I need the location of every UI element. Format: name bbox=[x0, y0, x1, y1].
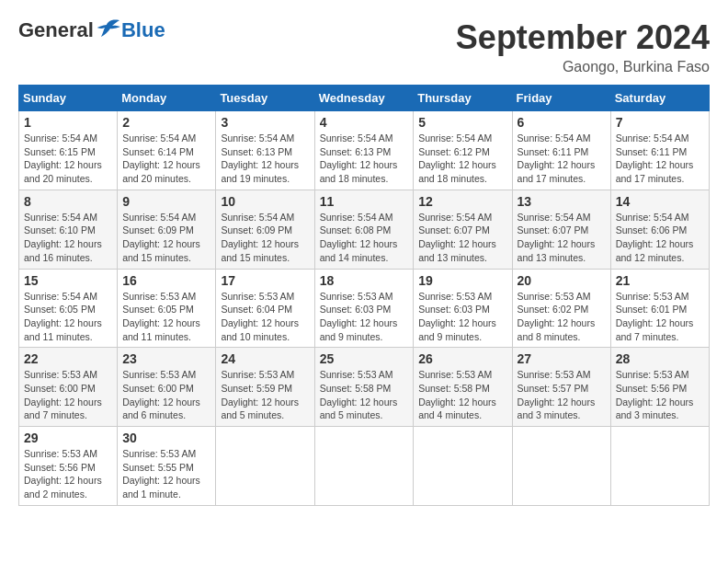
day-number: 9 bbox=[122, 194, 210, 209]
day-cell: 29Sunrise: 5:53 AMSunset: 5:56 PMDayligh… bbox=[19, 427, 118, 506]
day-cell: 7Sunrise: 5:54 AMSunset: 6:11 PMDaylight… bbox=[610, 111, 709, 190]
day-cell bbox=[314, 427, 414, 506]
day-info: Sunrise: 5:53 AMSunset: 6:01 PMDaylight:… bbox=[616, 290, 704, 344]
week-row-1: 1Sunrise: 5:54 AMSunset: 6:15 PMDaylight… bbox=[19, 111, 710, 190]
day-number: 10 bbox=[221, 194, 309, 209]
day-number: 25 bbox=[320, 351, 409, 366]
day-info: Sunrise: 5:53 AMSunset: 5:58 PMDaylight:… bbox=[320, 368, 409, 422]
day-info: Sunrise: 5:53 AMSunset: 6:05 PMDaylight:… bbox=[122, 290, 210, 344]
week-row-5: 29Sunrise: 5:53 AMSunset: 5:56 PMDayligh… bbox=[19, 427, 710, 506]
day-cell: 28Sunrise: 5:53 AMSunset: 5:56 PMDayligh… bbox=[610, 348, 709, 427]
day-number: 22 bbox=[24, 351, 112, 366]
day-number: 18 bbox=[320, 273, 409, 288]
day-number: 7 bbox=[616, 115, 704, 130]
page-header: General Blue September 2024 Gaongo, Burk… bbox=[18, 18, 710, 75]
day-number: 3 bbox=[221, 115, 309, 130]
day-number: 21 bbox=[616, 273, 704, 288]
day-number: 8 bbox=[24, 194, 112, 209]
day-info: Sunrise: 5:53 AMSunset: 5:56 PMDaylight:… bbox=[24, 447, 112, 501]
day-number: 1 bbox=[24, 115, 112, 130]
day-info: Sunrise: 5:53 AMSunset: 6:02 PMDaylight:… bbox=[518, 290, 606, 344]
day-number: 2 bbox=[122, 115, 210, 130]
day-cell: 6Sunrise: 5:54 AMSunset: 6:11 PMDaylight… bbox=[512, 111, 610, 190]
day-cell: 11Sunrise: 5:54 AMSunset: 6:08 PMDayligh… bbox=[314, 190, 414, 269]
day-number: 6 bbox=[518, 115, 606, 130]
day-number: 24 bbox=[221, 351, 309, 366]
day-number: 4 bbox=[320, 115, 409, 130]
day-info: Sunrise: 5:54 AMSunset: 6:15 PMDaylight:… bbox=[24, 132, 112, 186]
weekday-header-tuesday: Tuesday bbox=[216, 86, 314, 111]
day-info: Sunrise: 5:53 AMSunset: 5:55 PMDaylight:… bbox=[122, 447, 210, 501]
day-info: Sunrise: 5:54 AMSunset: 6:09 PMDaylight:… bbox=[122, 211, 210, 265]
day-cell: 27Sunrise: 5:53 AMSunset: 5:57 PMDayligh… bbox=[512, 348, 610, 427]
day-number: 26 bbox=[418, 351, 506, 366]
day-cell: 22Sunrise: 5:53 AMSunset: 6:00 PMDayligh… bbox=[19, 348, 118, 427]
day-info: Sunrise: 5:53 AMSunset: 5:59 PMDaylight:… bbox=[221, 368, 309, 422]
calendar-table: SundayMondayTuesdayWednesdayThursdayFrid… bbox=[18, 85, 710, 506]
week-row-3: 15Sunrise: 5:54 AMSunset: 6:05 PMDayligh… bbox=[19, 269, 710, 348]
logo-general: General bbox=[18, 18, 94, 42]
day-info: Sunrise: 5:54 AMSunset: 6:14 PMDaylight:… bbox=[122, 132, 210, 186]
day-cell: 24Sunrise: 5:53 AMSunset: 5:59 PMDayligh… bbox=[216, 348, 314, 427]
day-cell: 25Sunrise: 5:53 AMSunset: 5:58 PMDayligh… bbox=[314, 348, 414, 427]
weekday-header-row: SundayMondayTuesdayWednesdayThursdayFrid… bbox=[19, 86, 710, 111]
week-row-4: 22Sunrise: 5:53 AMSunset: 6:00 PMDayligh… bbox=[19, 348, 710, 427]
day-cell: 18Sunrise: 5:53 AMSunset: 6:03 PMDayligh… bbox=[314, 269, 414, 348]
weekday-header-wednesday: Wednesday bbox=[314, 86, 414, 111]
day-number: 30 bbox=[122, 431, 210, 445]
day-info: Sunrise: 5:54 AMSunset: 6:13 PMDaylight:… bbox=[320, 132, 409, 186]
day-info: Sunrise: 5:54 AMSunset: 6:05 PMDaylight:… bbox=[24, 290, 112, 344]
day-info: Sunrise: 5:54 AMSunset: 6:07 PMDaylight:… bbox=[518, 211, 606, 265]
week-row-2: 8Sunrise: 5:54 AMSunset: 6:10 PMDaylight… bbox=[19, 190, 710, 269]
day-number: 12 bbox=[418, 194, 506, 209]
logo-blue: Blue bbox=[121, 18, 165, 42]
day-number: 17 bbox=[221, 273, 309, 288]
weekday-header-monday: Monday bbox=[118, 86, 216, 111]
day-info: Sunrise: 5:53 AMSunset: 6:03 PMDaylight:… bbox=[418, 290, 506, 344]
day-number: 23 bbox=[122, 351, 210, 366]
day-cell: 15Sunrise: 5:54 AMSunset: 6:05 PMDayligh… bbox=[19, 269, 118, 348]
day-info: Sunrise: 5:53 AMSunset: 5:57 PMDaylight:… bbox=[518, 368, 606, 422]
day-cell bbox=[512, 427, 610, 506]
day-info: Sunrise: 5:54 AMSunset: 6:09 PMDaylight:… bbox=[221, 211, 309, 265]
location: Gaongo, Burkina Faso bbox=[456, 59, 710, 75]
day-info: Sunrise: 5:54 AMSunset: 6:08 PMDaylight:… bbox=[320, 211, 409, 265]
day-info: Sunrise: 5:54 AMSunset: 6:12 PMDaylight:… bbox=[418, 132, 506, 186]
day-cell: 4Sunrise: 5:54 AMSunset: 6:13 PMDaylight… bbox=[314, 111, 414, 190]
day-cell: 21Sunrise: 5:53 AMSunset: 6:01 PMDayligh… bbox=[610, 269, 709, 348]
day-number: 5 bbox=[418, 115, 506, 130]
day-cell: 16Sunrise: 5:53 AMSunset: 6:05 PMDayligh… bbox=[118, 269, 216, 348]
day-number: 28 bbox=[616, 351, 704, 366]
day-info: Sunrise: 5:54 AMSunset: 6:07 PMDaylight:… bbox=[418, 211, 506, 265]
day-info: Sunrise: 5:54 AMSunset: 6:06 PMDaylight:… bbox=[616, 211, 704, 265]
day-info: Sunrise: 5:53 AMSunset: 5:56 PMDaylight:… bbox=[616, 368, 704, 422]
day-cell: 14Sunrise: 5:54 AMSunset: 6:06 PMDayligh… bbox=[610, 190, 709, 269]
day-cell: 12Sunrise: 5:54 AMSunset: 6:07 PMDayligh… bbox=[414, 190, 512, 269]
day-cell: 20Sunrise: 5:53 AMSunset: 6:02 PMDayligh… bbox=[512, 269, 610, 348]
day-cell: 13Sunrise: 5:54 AMSunset: 6:07 PMDayligh… bbox=[512, 190, 610, 269]
title-area: September 2024 Gaongo, Burkina Faso bbox=[456, 18, 710, 75]
day-cell: 3Sunrise: 5:54 AMSunset: 6:13 PMDaylight… bbox=[216, 111, 314, 190]
day-info: Sunrise: 5:53 AMSunset: 6:00 PMDaylight:… bbox=[122, 368, 210, 422]
day-cell: 30Sunrise: 5:53 AMSunset: 5:55 PMDayligh… bbox=[118, 427, 216, 506]
day-cell: 10Sunrise: 5:54 AMSunset: 6:09 PMDayligh… bbox=[216, 190, 314, 269]
day-info: Sunrise: 5:53 AMSunset: 6:00 PMDaylight:… bbox=[24, 368, 112, 422]
day-info: Sunrise: 5:54 AMSunset: 6:13 PMDaylight:… bbox=[221, 132, 309, 186]
day-cell: 9Sunrise: 5:54 AMSunset: 6:09 PMDaylight… bbox=[118, 190, 216, 269]
day-cell: 1Sunrise: 5:54 AMSunset: 6:15 PMDaylight… bbox=[19, 111, 118, 190]
day-cell: 23Sunrise: 5:53 AMSunset: 6:00 PMDayligh… bbox=[118, 348, 216, 427]
day-cell: 17Sunrise: 5:53 AMSunset: 6:04 PMDayligh… bbox=[216, 269, 314, 348]
day-cell bbox=[610, 427, 709, 506]
day-number: 27 bbox=[518, 351, 606, 366]
day-cell: 26Sunrise: 5:53 AMSunset: 5:58 PMDayligh… bbox=[414, 348, 512, 427]
day-info: Sunrise: 5:54 AMSunset: 6:10 PMDaylight:… bbox=[24, 211, 112, 265]
day-info: Sunrise: 5:53 AMSunset: 6:03 PMDaylight:… bbox=[320, 290, 409, 344]
day-number: 16 bbox=[122, 273, 210, 288]
day-cell: 8Sunrise: 5:54 AMSunset: 6:10 PMDaylight… bbox=[19, 190, 118, 269]
weekday-header-friday: Friday bbox=[512, 86, 610, 111]
day-cell: 5Sunrise: 5:54 AMSunset: 6:12 PMDaylight… bbox=[414, 111, 512, 190]
day-number: 29 bbox=[24, 431, 112, 445]
weekday-header-thursday: Thursday bbox=[414, 86, 512, 111]
day-info: Sunrise: 5:54 AMSunset: 6:11 PMDaylight:… bbox=[616, 132, 704, 186]
day-number: 11 bbox=[320, 194, 409, 209]
